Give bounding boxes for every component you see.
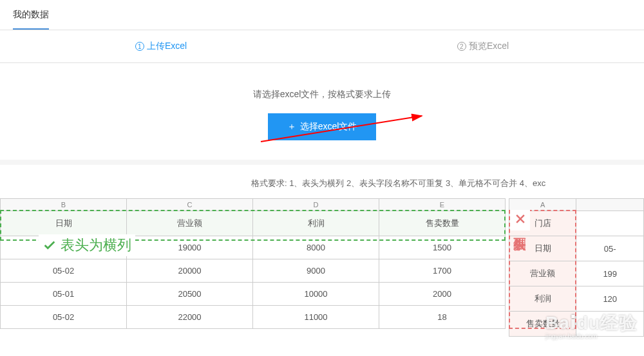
- col-letter: E: [379, 199, 506, 211]
- table-row: 05-02220001100018: [1, 306, 506, 329]
- good-example-label: 表头为横列: [39, 234, 135, 256]
- step-upload-excel[interactable]: 1上传Excel: [0, 30, 322, 62]
- upload-prompt: 请选择excel文件，按格式要求上传: [0, 89, 644, 100]
- step-2-label: 预览Excel: [469, 41, 509, 51]
- col-letter: C: [127, 199, 253, 211]
- table-row: 利润120: [509, 286, 644, 312]
- close-icon: [514, 212, 527, 225]
- select-excel-file-button[interactable]: ＋选择excel文件: [268, 113, 377, 140]
- header-profit: 利润: [253, 211, 379, 236]
- plus-icon: ＋: [287, 121, 296, 131]
- col-letter: D: [253, 199, 379, 211]
- good-example-table: B C D E 日期 营业额 利润 售卖数量 1900080001500 05-…: [0, 198, 506, 329]
- table-row: 售卖数量: [509, 312, 644, 337]
- check-icon: [43, 238, 57, 252]
- step-1-icon: 1: [135, 42, 144, 51]
- bad-example-label: 表头不可纵列: [510, 210, 530, 230]
- table-row: 日期05-: [509, 236, 644, 261]
- upload-button-label: 选择excel文件: [300, 121, 357, 131]
- header-sales-qty: 售卖数量: [379, 211, 506, 236]
- header-revenue: 营业额: [127, 211, 253, 236]
- step-1-label: 上传Excel: [147, 41, 187, 51]
- table-row: 05-022000090001700: [1, 259, 506, 283]
- tab-my-data[interactable]: 我的数据: [13, 0, 49, 30]
- col-letter: [576, 199, 644, 211]
- table-row: 05-0120500100002000: [1, 283, 506, 306]
- table-row: 营业额199: [509, 261, 644, 286]
- header-date: 日期: [1, 211, 127, 236]
- col-letter: B: [1, 199, 127, 211]
- format-requirements: 格式要求: 1、表头为横列 2、表头字段名称不可重复 3、单元格不可合并 4、e…: [0, 165, 644, 198]
- col-letter: A: [509, 199, 576, 211]
- step-preview-excel[interactable]: 2预览Excel: [322, 30, 644, 62]
- step-2-icon: 2: [457, 42, 466, 51]
